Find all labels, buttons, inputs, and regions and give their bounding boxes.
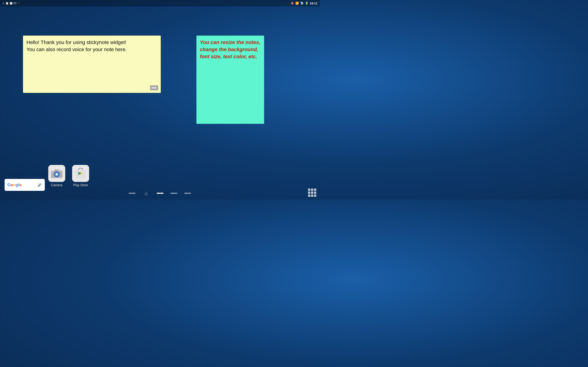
play-store-label: Play Store [73,183,88,187]
svg-rect-1 [152,87,153,89]
grid-dot [308,192,310,194]
camera-icon [48,165,65,182]
note-yellow-text: Hello! Thank you for using stickynote wi… [26,39,157,53]
camera-app[interactable]: Camera [48,165,65,187]
grid-dot [308,194,310,197]
dock-apps: Camera [48,165,89,187]
sticky-note-yellow[interactable]: Hello! Thank you for using stickynote wi… [23,35,161,93]
mic-icon[interactable]: 🎤 [37,182,42,187]
grid-dot [314,194,316,197]
voice-record-button[interactable] [150,85,158,90]
grid-dot [311,194,313,197]
svg-rect-9 [52,171,53,173]
grid-dot [308,189,310,191]
grid-dot [314,192,316,194]
status-bar: ⚠ 📋 ⬜ SD 📱 🔇 📶 📡 🔋 18:11 [0,0,320,6]
clipboard-icon: 📋 [6,2,9,5]
play-store-icon [72,165,89,182]
wifi-icon: 📶 [295,2,299,5]
svg-point-8 [56,173,58,175]
grid-dot [311,192,313,194]
svg-rect-10 [75,170,86,179]
nav-dot-1[interactable] [129,193,136,194]
status-right-icons: 🔇 📶 📡 🔋 18:11 [291,2,317,5]
warning-icon: ⚠ [2,2,5,5]
sim-icon: 📱 [17,2,20,5]
grid-dot [311,189,313,191]
apps-grid-button[interactable] [308,189,316,197]
battery-icon: 🔋 [305,2,309,5]
navigation-bar: ⌂ [0,187,320,200]
screenshot-icon: ⬜ [10,2,12,5]
mute-icon: 🔇 [291,2,294,5]
grid-dot [314,189,316,191]
svg-rect-2 [153,87,155,89]
sd-icon: SD [13,2,17,5]
nav-dot-active[interactable] [157,193,164,194]
sticky-note-cyan[interactable]: You can resize the notes, change the bac… [196,35,264,124]
camera-label: Camera [51,183,62,187]
note-cyan-text: You can resize the notes, change the bac… [200,39,261,60]
svg-rect-3 [155,87,156,89]
nav-dot-4[interactable] [184,193,191,194]
clock: 18:11 [310,2,317,5]
svg-rect-5 [55,169,59,172]
home-button[interactable]: ⌂ [142,190,150,197]
google-logo: Google [7,183,22,187]
nav-dot-3[interactable] [170,193,177,194]
status-left-icons: ⚠ 📋 ⬜ SD 📱 [2,2,20,5]
signal-icon: 📡 [300,2,304,5]
play-store-app[interactable]: Play Store [72,165,89,187]
